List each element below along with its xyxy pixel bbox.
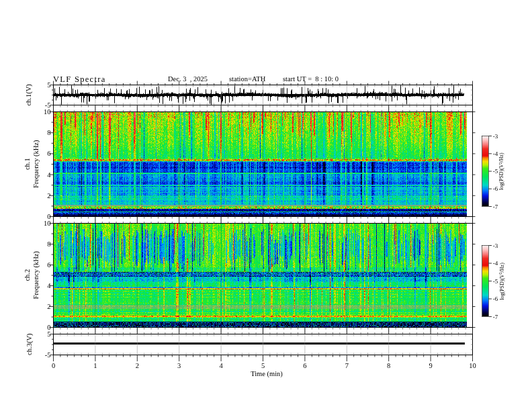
- svg-text:-5: -5: [45, 101, 51, 109]
- svg-text:Frequency (kHz): Frequency (kHz): [32, 250, 40, 299]
- svg-text:-5: -5: [493, 168, 498, 175]
- svg-text:log(PSD)(V2/Hz): log(PSD)(V2/Hz): [498, 152, 505, 190]
- svg-text:0: 0: [52, 362, 55, 369]
- svg-text:VLF Spectra: VLF Spectra: [53, 75, 106, 84]
- svg-text:10: 10: [44, 220, 51, 227]
- svg-text:5: 5: [261, 362, 265, 369]
- svg-text:-6: -6: [493, 185, 498, 192]
- svg-text:6: 6: [47, 150, 50, 157]
- svg-text:ch.2: ch.2: [24, 269, 32, 281]
- svg-text:2: 2: [47, 192, 50, 199]
- svg-text:10: 10: [44, 108, 51, 116]
- svg-text:start UT = 8 : 10: 0: start UT = 8 : 10: 0: [283, 75, 339, 83]
- svg-text:-5: -5: [493, 278, 498, 285]
- svg-text:7: 7: [345, 362, 349, 369]
- svg-text:8: 8: [47, 240, 50, 248]
- svg-text:-4: -4: [493, 150, 498, 157]
- svg-text:station=ATH: station=ATH: [229, 75, 266, 83]
- svg-text:2: 2: [136, 362, 139, 369]
- svg-text:Dec. 3 , 2025: Dec. 3 , 2025: [168, 75, 208, 83]
- svg-text:ch.1(V): ch.1(V): [26, 84, 34, 106]
- svg-text:ch.3(V): ch.3(V): [26, 333, 34, 355]
- svg-text:3: 3: [177, 362, 181, 369]
- svg-text:-7: -7: [493, 314, 498, 320]
- svg-text:4: 4: [47, 282, 51, 289]
- svg-text:log(PSD)(V2/Hz): log(PSD)(V2/Hz): [498, 263, 505, 300]
- svg-text:-5: -5: [45, 351, 51, 359]
- svg-text:Frequency (kHz): Frequency (kHz): [32, 140, 40, 188]
- svg-text:-3: -3: [493, 242, 498, 249]
- svg-text:1: 1: [93, 362, 97, 369]
- svg-text:4: 4: [47, 171, 51, 179]
- svg-text:6: 6: [303, 362, 306, 369]
- svg-text:10: 10: [469, 362, 476, 369]
- svg-text:6: 6: [47, 261, 50, 269]
- svg-text:-4: -4: [493, 260, 498, 267]
- svg-text:8: 8: [387, 362, 390, 369]
- svg-text:2: 2: [47, 303, 50, 310]
- svg-text:8: 8: [47, 129, 50, 136]
- svg-text:-6: -6: [493, 295, 498, 302]
- svg-text:5: 5: [47, 81, 50, 89]
- svg-text:4: 4: [219, 362, 223, 369]
- svg-text:-3: -3: [493, 133, 498, 140]
- svg-text:5: 5: [47, 330, 50, 338]
- svg-text:Time (min): Time (min): [251, 370, 283, 378]
- svg-text:9: 9: [429, 362, 432, 369]
- svg-text:ch.1: ch.1: [24, 158, 32, 170]
- svg-text:-7: -7: [493, 203, 498, 210]
